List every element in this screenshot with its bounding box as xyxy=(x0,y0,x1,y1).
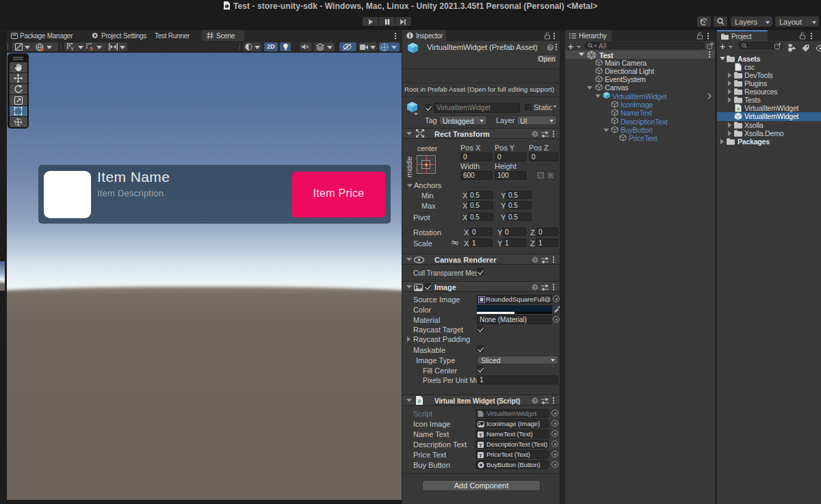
svg-text:?: ? xyxy=(534,398,537,404)
svg-text:T: T xyxy=(479,432,482,438)
svg-text:T: T xyxy=(479,452,482,458)
svg-text:T: T xyxy=(479,442,482,448)
svg-text:?: ? xyxy=(534,257,537,263)
svg-text:?: ? xyxy=(534,131,537,137)
svg-text:#: # xyxy=(737,106,740,112)
svg-text:5: 5 xyxy=(90,46,93,52)
svg-text:?: ? xyxy=(549,44,552,51)
svg-text:?: ? xyxy=(534,284,537,291)
svg-text:Y: Y xyxy=(70,46,75,52)
svg-text:#: # xyxy=(417,398,421,405)
